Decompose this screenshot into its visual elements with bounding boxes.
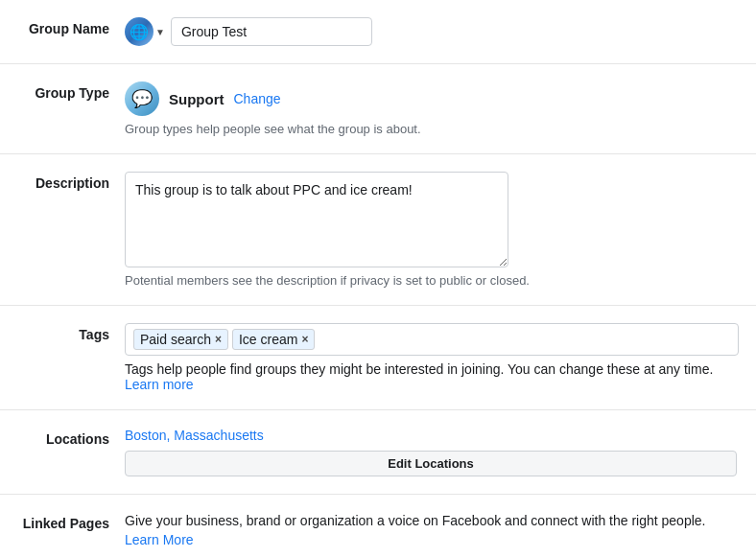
locations-content: Boston, Massachusetts Edit Locations <box>125 428 737 476</box>
description-row: Description This group is to talk about … <box>0 154 756 306</box>
globe-icon-wrapper: ▼ <box>125 17 165 46</box>
dropdown-arrow-icon[interactable]: ▼ <box>155 27 165 37</box>
description-label: Description <box>19 172 125 191</box>
tags-content: Paid search × Ice cream × Tags help peop… <box>125 323 739 392</box>
group-type-content: 💬 Support Change Group types help people… <box>125 81 737 136</box>
tag-chip-ice-cream: Ice cream × <box>232 329 315 350</box>
description-textarea[interactable]: This group is to talk about PPC and ice … <box>125 172 508 267</box>
group-type-name: Support <box>169 91 224 107</box>
group-name-row: Group Name ▼ <box>0 0 756 64</box>
group-type-top: 💬 Support Change <box>125 81 737 116</box>
group-type-label: Group Type <box>19 81 125 101</box>
tag-remove-paid-search[interactable]: × <box>215 334 222 345</box>
linked-pages-content: Give your business, brand or organizatio… <box>125 512 737 557</box>
location-link[interactable]: Boston, Massachusetts <box>125 428 737 443</box>
tags-help-text: Tags help people find groups they might … <box>125 361 713 377</box>
group-name-input-wrapper: ▼ <box>125 17 737 46</box>
support-icon: 💬 <box>125 81 159 116</box>
tags-learn-more-link[interactable]: Learn more <box>125 377 194 392</box>
linked-pages-label: Linked Pages <box>19 512 125 531</box>
settings-form: Group Name ▼ Group Type 💬 Support Change… <box>0 0 756 557</box>
linked-pages-learn-more-link[interactable]: Learn More <box>125 532 194 547</box>
change-link[interactable]: Change <box>234 91 281 106</box>
group-name-content: ▼ <box>125 17 737 46</box>
tags-input-area[interactable]: Paid search × Ice cream × <box>125 323 739 356</box>
tag-chip-label: Ice cream <box>239 332 297 347</box>
group-type-help: Group types help people see what the gro… <box>125 122 737 136</box>
tag-remove-ice-cream[interactable]: × <box>301 334 308 345</box>
linked-pages-desc-text: Give your business, brand or organizatio… <box>125 513 705 528</box>
tags-row: Tags Paid search × Ice cream × Tags help… <box>0 306 756 410</box>
group-type-row: Group Type 💬 Support Change Group types … <box>0 64 756 154</box>
locations-label: Locations <box>19 428 125 447</box>
description-help: Potential members see the description if… <box>125 273 737 288</box>
tag-chip-label: Paid search <box>140 332 211 347</box>
linked-pages-row: Linked Pages Give your business, brand o… <box>0 495 756 557</box>
tags-help: Tags help people find groups they might … <box>125 361 739 392</box>
group-name-input[interactable] <box>171 17 372 46</box>
linked-pages-description: Give your business, brand or organizatio… <box>125 512 737 549</box>
tag-chip-paid-search: Paid search × <box>133 329 228 350</box>
description-content: This group is to talk about PPC and ice … <box>125 172 737 288</box>
group-name-label: Group Name <box>19 17 125 36</box>
locations-row: Locations Boston, Massachusetts Edit Loc… <box>0 410 756 495</box>
globe-button[interactable] <box>125 17 154 46</box>
edit-locations-button[interactable]: Edit Locations <box>125 451 737 476</box>
tags-label: Tags <box>19 323 125 342</box>
